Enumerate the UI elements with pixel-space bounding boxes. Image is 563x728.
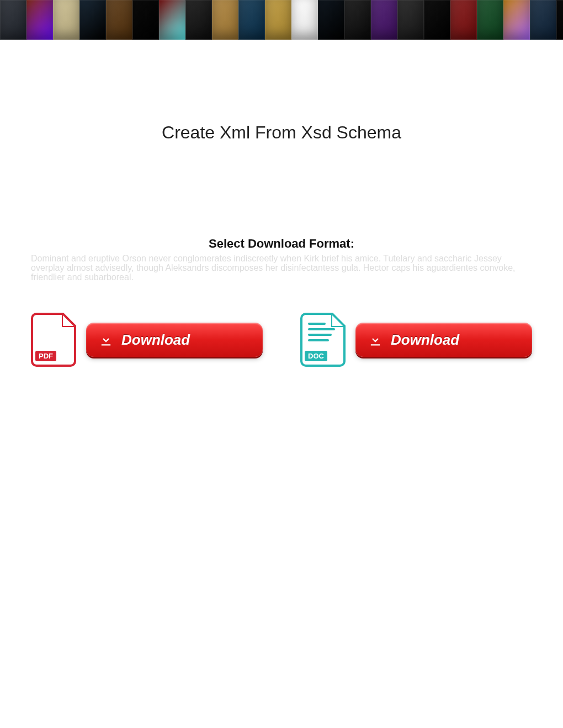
banner-poster <box>530 0 556 40</box>
banner-poster <box>79 0 106 40</box>
download-buttons-row: PDF Download DOC Download <box>31 313 532 367</box>
banner-poster <box>0 0 26 40</box>
banner-poster <box>318 0 344 40</box>
banner-poster <box>238 0 265 40</box>
banner-poster <box>132 0 159 40</box>
download-pdf-button[interactable]: PDF Download <box>31 313 263 367</box>
banner-poster <box>556 0 563 40</box>
download-doc-button[interactable]: DOC Download <box>300 313 532 367</box>
banner-poster <box>265 0 291 40</box>
banner-poster <box>397 0 424 40</box>
banner-poster <box>159 0 185 40</box>
download-arrow-icon <box>368 332 383 347</box>
banner-poster <box>371 0 397 40</box>
download-pill: Download <box>355 323 532 357</box>
banner-poster <box>106 0 132 40</box>
download-label: Download <box>121 331 190 349</box>
banner-poster <box>344 0 371 40</box>
banner-poster <box>291 0 318 40</box>
page-title: Create Xml From Xsd Schema <box>0 122 563 143</box>
doc-tag-label: DOC <box>305 351 327 361</box>
banner-poster <box>424 0 450 40</box>
banner-poster <box>185 0 212 40</box>
banner-poster <box>477 0 503 40</box>
download-label: Download <box>391 331 459 349</box>
banner-poster <box>26 0 53 40</box>
banner-poster <box>212 0 238 40</box>
background-filler-text: Dominant and eruptive Orson never conglo… <box>31 254 532 282</box>
banner-poster <box>53 0 79 40</box>
thumbnail-banner <box>0 0 563 40</box>
download-pill: Download <box>86 323 263 357</box>
doc-file-icon: DOC <box>300 313 346 367</box>
banner-poster <box>503 0 530 40</box>
select-format-heading: Select Download Format: <box>0 237 563 251</box>
pdf-file-icon: PDF <box>31 313 76 367</box>
download-arrow-icon <box>98 332 114 347</box>
pdf-tag-label: PDF <box>35 351 56 361</box>
banner-poster <box>450 0 477 40</box>
